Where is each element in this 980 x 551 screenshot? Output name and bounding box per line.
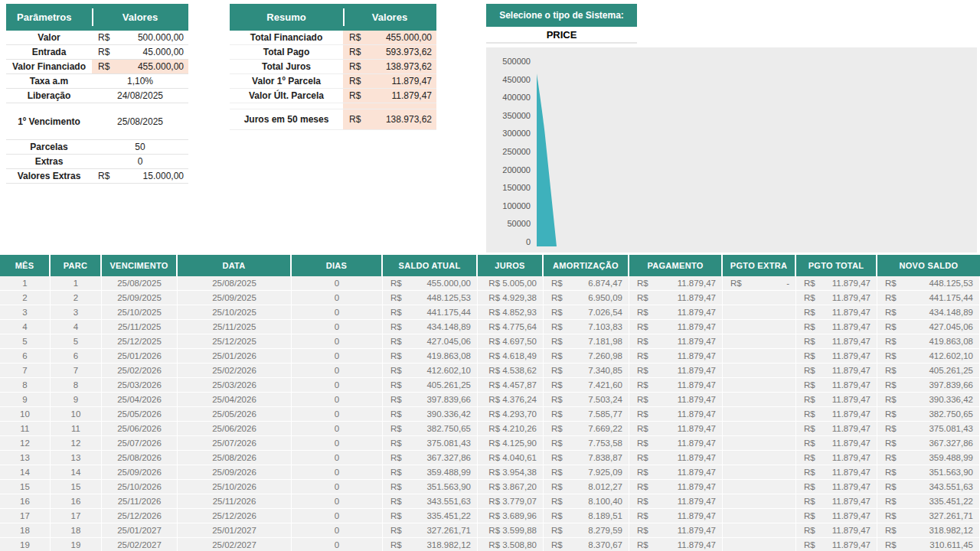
parametros-row: Liberação24/08/2025	[6, 89, 188, 103]
money-value: 310.611,45	[929, 540, 973, 549]
currency-symbol: R$	[637, 511, 648, 520]
money-value: 327.261,71	[929, 511, 973, 520]
cell-pgto-total: R$11.879,47	[796, 320, 877, 334]
currency-symbol: R$	[804, 351, 815, 360]
cell-parc: 15	[51, 480, 102, 494]
currency-symbol: R$	[390, 322, 402, 331]
cell-data: 25/12/2025	[178, 334, 292, 349]
currency-symbol: R$	[349, 61, 361, 72]
money-value: 455.000,00	[426, 279, 471, 288]
cell-dias: 0	[292, 538, 383, 551]
cell-juros: R$ 4.852,93	[478, 305, 544, 320]
param-value-cell[interactable]: 24/08/2025	[92, 89, 188, 103]
money-value: 7.669,22	[588, 424, 622, 433]
currency-symbol: R$	[637, 337, 648, 346]
param-value-cell[interactable]: 1,10%	[92, 74, 188, 88]
param-value-cell[interactable]: 25/08/2025	[92, 103, 188, 139]
schedule-col-header: PGTO EXTRA	[723, 255, 796, 276]
money-value: 11.879,47	[678, 366, 716, 375]
cell-pagamento: R$11.879,47	[629, 393, 723, 407]
cell-parc: 7	[51, 364, 102, 378]
cell-pgto-extra	[723, 436, 796, 451]
cell-saldo-atual: R$419.863,08	[383, 349, 478, 364]
param-value-cell[interactable]: R$15.000,00	[92, 169, 188, 183]
param-value-cell[interactable]: R$45.000,00	[92, 45, 188, 59]
cell-pgto-extra	[723, 509, 796, 523]
schedule-col-header: DATA	[178, 255, 292, 276]
money-value: -	[786, 279, 789, 288]
chart-plot-area	[537, 57, 969, 246]
resumo-row: Total PagoR$593.973,62	[230, 45, 436, 60]
currency-symbol: R$	[390, 308, 402, 317]
cell-juros: R$ 3.954,38	[478, 465, 544, 480]
currency-symbol: R$	[98, 47, 109, 57]
cell-saldo-atual: R$441.175,44	[383, 305, 478, 320]
cell-amortizacao: R$7.753,58	[544, 436, 629, 451]
cell-pagamento: R$11.879,47	[629, 305, 723, 320]
currency-symbol: R$	[804, 424, 815, 433]
cell-juros: R$ 4.775,64	[478, 320, 544, 334]
cell-vencimento: 25/02/2026	[102, 364, 178, 378]
cell-vencimento: 25/12/2026	[102, 509, 178, 523]
schedule-row: 161625/11/202625/11/20260R$343.551,63R$ …	[0, 494, 980, 509]
currency-symbol: R$	[804, 453, 815, 462]
cell-novo-saldo: R$448.125,53	[877, 276, 980, 291]
cell-saldo-atual: R$448.125,53	[383, 291, 478, 305]
cell-vencimento: 25/12/2025	[102, 334, 178, 349]
money-value: 11.879,47	[832, 279, 871, 288]
param-value-cell[interactable]: 50	[92, 140, 188, 154]
currency-symbol: R$	[637, 409, 648, 419]
currency-symbol: R$	[551, 424, 563, 433]
currency-symbol: R$	[885, 380, 897, 390]
cell-pagamento: R$11.879,47	[629, 422, 723, 436]
resumo-row: Valor Últ. ParcelaR$11.879,47	[230, 89, 436, 103]
header-divider	[343, 8, 345, 26]
currency-symbol: R$	[637, 540, 648, 549]
header-divider	[92, 8, 93, 26]
cell-pgto-total: R$11.879,47	[796, 334, 877, 349]
money-value: 7.026,54	[588, 308, 622, 317]
money-value: 11.879,47	[832, 526, 871, 535]
cell-vencimento: 25/01/2026	[102, 349, 178, 364]
param-label: Entrada	[6, 47, 92, 57]
cell-dias: 0	[292, 393, 383, 407]
y-tick-label: 450000	[502, 75, 531, 84]
saldo-chart: 5000004500004000003500003000002500002000…	[486, 47, 977, 253]
schedule-row: 121225/07/202625/07/20260R$375.081,43R$ …	[0, 436, 980, 451]
currency-symbol: R$	[551, 482, 563, 491]
parametros-row: Parcelas50	[6, 140, 188, 155]
schedule-row: 9925/04/202625/04/20260R$397.839,66R$ 4.…	[0, 393, 980, 407]
schedule-row: 3325/10/202525/10/20250R$441.175,44R$ 4.…	[0, 305, 980, 320]
cell-mes: 7	[0, 364, 51, 378]
cell-juros: R$ 3.779,07	[478, 494, 544, 509]
currency-symbol: R$	[390, 337, 402, 346]
currency-symbol: R$	[349, 76, 361, 86]
currency-symbol: R$	[885, 511, 897, 520]
resumo-label: Valor 1º Parcela	[230, 76, 343, 86]
cell-mes: 5	[0, 334, 51, 349]
cell-mes: 13	[0, 451, 51, 465]
currency-symbol: R$	[804, 293, 815, 302]
cell-dias: 0	[292, 334, 383, 349]
cell-pgto-extra	[723, 480, 796, 494]
currency-symbol: R$	[551, 380, 563, 390]
money-value: 318.982,12	[929, 526, 973, 535]
system-type-selector[interactable]: PRICE	[486, 27, 637, 44]
param-value-cell[interactable]: 0	[92, 155, 188, 168]
money-value: 7.925,09	[588, 468, 622, 477]
currency-symbol: R$	[551, 526, 563, 535]
cell-pagamento: R$11.879,47	[629, 407, 723, 422]
money-value: 405.261,25	[929, 366, 973, 375]
currency-symbol: R$	[390, 511, 402, 520]
cell-dias: 0	[292, 407, 383, 422]
money-value: 11.879,47	[832, 468, 871, 477]
currency-symbol: R$	[551, 351, 563, 360]
currency-symbol: R$	[390, 409, 402, 419]
currency-symbol: R$	[637, 526, 648, 535]
param-value-cell[interactable]: R$455.000,00	[92, 60, 188, 73]
cell-saldo-atual: R$359.488,99	[383, 465, 478, 480]
currency-symbol: R$	[885, 337, 897, 346]
param-value-cell[interactable]: R$500.000,00	[92, 31, 188, 44]
money-value: 11.879,47	[832, 322, 871, 331]
money-value: 382.750,65	[929, 409, 973, 419]
